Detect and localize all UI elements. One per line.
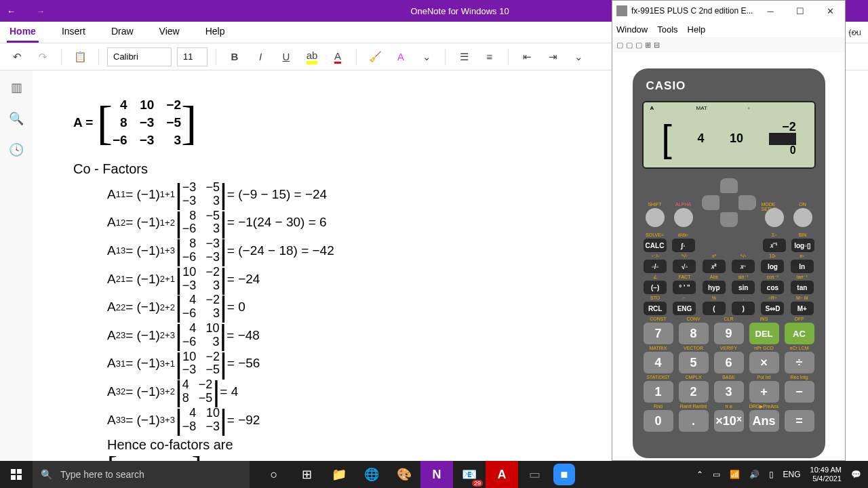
highlight-button[interactable]: ab (302, 47, 322, 67)
redo-button[interactable]: ↷ (33, 47, 53, 67)
calc-key-[interactable]: = (785, 410, 814, 432)
menu-help[interactable]: Help (688, 24, 706, 35)
calc-key-7[interactable]: 7 (644, 323, 673, 344)
dpad-left[interactable] (702, 195, 719, 210)
calc-key-AC[interactable]: AC (785, 323, 814, 344)
start-button[interactable] (0, 461, 33, 488)
notebooks-icon[interactable]: ▥ (11, 80, 22, 95)
tab-view[interactable]: View (157, 22, 182, 43)
tab-home[interactable]: Home (7, 22, 39, 43)
calc-key-[interactable]: × (749, 352, 779, 373)
outdent-button[interactable]: ⇤ (517, 47, 537, 67)
font-name-input[interactable] (107, 47, 172, 66)
overflow-icon[interactable]: ⋯ (848, 26, 859, 39)
back-arrow-icon[interactable]: ← (7, 6, 16, 16)
dpad-right[interactable] (738, 195, 756, 210)
calc-key-SD[interactable]: S⇔D (761, 302, 784, 315)
calc-key-[interactable]: . (679, 410, 709, 432)
calc-key-4[interactable]: 4 (644, 352, 673, 373)
taskview-icon[interactable]: ⊞ (290, 461, 323, 488)
lang-indicator[interactable]: ENG (783, 470, 801, 479)
dpad-up[interactable] (720, 178, 738, 193)
calc-key-[interactable]: ° ' " (673, 281, 696, 294)
dpad-down[interactable] (720, 212, 738, 227)
cortana-icon[interactable]: ○ (258, 461, 290, 488)
format-painter-button[interactable]: A (391, 47, 411, 67)
clear-format-button[interactable]: 🧹 (365, 47, 385, 67)
calc-key-[interactable]: 𝑥² (703, 260, 726, 273)
calc-key[interactable]: 𝑥⁻¹ (763, 239, 786, 252)
font-color-button[interactable]: A (328, 47, 348, 67)
edge-icon[interactable]: 🌐 (355, 461, 388, 488)
calc-key[interactable]: log▫▯ (791, 239, 814, 252)
calc-key-2[interactable]: 2 (679, 381, 709, 403)
calc-key-sin[interactable]: sin (732, 281, 755, 294)
calc-key-9[interactable]: 9 (714, 323, 744, 344)
menu-tools[interactable]: Tools (657, 24, 677, 35)
calc-key-3[interactable]: 3 (714, 381, 744, 403)
clipboard-button[interactable]: 📋 (70, 47, 90, 67)
calc-key-[interactable]: (−) (644, 281, 667, 294)
tray-chevron-icon[interactable]: ⌃ (696, 470, 703, 479)
calc-key-tan[interactable]: tan (791, 281, 814, 294)
undo-button[interactable]: ↶ (7, 47, 27, 67)
calc-key-[interactable]: √▫ (673, 260, 696, 273)
calc-key-Ans[interactable]: Ans (749, 410, 779, 432)
taskbar-search[interactable]: 🔍 Type here to search (33, 461, 250, 488)
menu-window[interactable]: Window (616, 24, 648, 35)
calc-key-5[interactable]: 5 (679, 352, 709, 373)
minimize-button[interactable]: ─ (755, 1, 785, 21)
font-size-input[interactable] (177, 47, 208, 66)
calc-key-cos[interactable]: cos (761, 281, 784, 294)
battery-icon[interactable]: ▭ (713, 470, 720, 479)
search-icon[interactable]: 🔍 (9, 111, 24, 126)
italic-button[interactable]: I (250, 47, 271, 67)
tab-draw[interactable]: Draw (108, 22, 136, 43)
toolbar-dropdown[interactable]: ⌄ (416, 47, 437, 67)
tab-insert[interactable]: Insert (59, 22, 88, 43)
bullets-button[interactable]: ☰ (454, 47, 474, 67)
toolbar-more[interactable]: ⌄ (568, 47, 589, 67)
zoom-icon[interactable]: ■ (553, 464, 575, 485)
forward-arrow-icon[interactable]: → (36, 6, 45, 16)
calc-key-log[interactable]: log (761, 260, 784, 273)
app-icon-1[interactable]: 🎨 (388, 461, 420, 488)
notifications-icon[interactable]: 💬 (851, 470, 861, 479)
calc-key-ln[interactable]: ln (791, 260, 814, 273)
acrobat-icon[interactable]: A (486, 461, 518, 488)
calc-key-[interactable]: − (785, 381, 814, 403)
maximize-button[interactable]: ☐ (785, 1, 815, 21)
calc-key-1[interactable]: 1 (644, 381, 673, 403)
calc-key-M[interactable]: M+ (791, 302, 814, 315)
calc-key-[interactable]: ( (703, 302, 726, 315)
numbering-button[interactable]: ≡ (479, 47, 500, 67)
calc-key-8[interactable]: 8 (679, 323, 709, 344)
indent-button[interactable]: ⇥ (542, 47, 563, 67)
calc-key-[interactable]: ▫/▫ (644, 260, 667, 273)
calc-mode[interactable] (765, 208, 784, 227)
calc-key-[interactable]: 𝑥▫ (732, 260, 755, 273)
calc-key-10[interactable]: ×10ˣ (714, 410, 744, 432)
calc-key-6[interactable]: 6 (714, 352, 744, 373)
explorer-icon[interactable]: 📁 (323, 461, 355, 488)
calc-shift[interactable] (646, 208, 665, 227)
volume-icon[interactable]: 🔊 (749, 470, 760, 479)
recent-icon[interactable]: 🕓 (9, 142, 24, 157)
close-button[interactable]: ✕ (815, 1, 845, 21)
tab-help[interactable]: Help (203, 22, 228, 43)
clock[interactable]: 10:49 AM 5/4/2021 (810, 466, 842, 483)
calc-key-[interactable]: + (749, 381, 779, 403)
input-icon[interactable]: ▯ (769, 470, 774, 479)
wifi-icon[interactable]: 📶 (730, 470, 740, 479)
app-icon-2[interactable]: ▭ (518, 461, 551, 488)
mail-icon[interactable]: 📧29 (453, 461, 486, 488)
calc-key-RCL[interactable]: RCL (644, 302, 667, 315)
calc-on[interactable] (793, 208, 812, 227)
onenote-taskbar-icon[interactable]: N (420, 461, 453, 488)
calc-key-ENG[interactable]: ENG (673, 302, 696, 315)
calc-calc[interactable]: CALC (644, 239, 667, 252)
calc-key[interactable]: ∫▫ (672, 239, 695, 252)
calc-key-DEL[interactable]: DEL (749, 323, 779, 344)
calc-alpha[interactable] (674, 208, 693, 227)
calc-key-[interactable]: ÷ (785, 352, 814, 373)
